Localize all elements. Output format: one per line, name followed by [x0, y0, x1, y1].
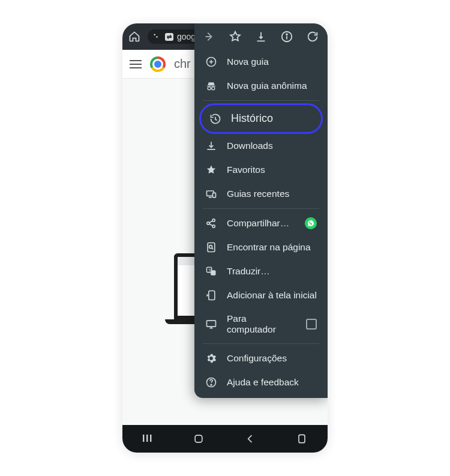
svg-point-12	[208, 87, 211, 90]
download-tray-icon	[205, 140, 217, 152]
help-icon	[205, 376, 217, 388]
svg-rect-16	[213, 193, 216, 197]
menu-item-label: Histórico	[231, 112, 273, 125]
history-icon	[209, 113, 221, 125]
share-icon	[205, 217, 217, 229]
menu-item-incognito[interactable]: Nova guia anônima	[194, 74, 328, 98]
menu-item-label: Guias recentes	[227, 188, 289, 199]
menu-item-label: Nova guia	[227, 56, 269, 67]
menu-item-label: Encontrar na página	[227, 242, 311, 253]
svg-rect-5	[299, 435, 305, 442]
translate-icon: 文	[205, 265, 217, 277]
svg-point-23	[209, 246, 212, 249]
translate-badge-icon: ⇄	[165, 33, 173, 41]
menu-item-bookmarks[interactable]: Favoritos	[194, 158, 328, 182]
menu-item-translate[interactable]: 文 Traduzir…	[194, 259, 328, 283]
menu-item-new-tab[interactable]: Nova guia	[194, 50, 328, 74]
menu-item-label: Favoritos	[227, 164, 265, 175]
home-icon[interactable]	[128, 31, 140, 43]
menu-divider	[203, 343, 319, 344]
find-in-page-icon	[205, 241, 217, 253]
svg-rect-29	[207, 321, 216, 327]
svg-line-24	[212, 248, 213, 249]
forward-icon[interactable]	[203, 30, 216, 43]
menu-item-label: Ajuda e feedback	[227, 377, 299, 388]
menu-action-row	[194, 23, 328, 50]
add-to-home-icon	[205, 289, 217, 301]
page-logo-text: chr	[174, 57, 191, 71]
menu-item-desktop[interactable]: Para computador	[194, 307, 328, 341]
menu-item-label: Adicionar à tela inicial	[227, 290, 317, 301]
menu-divider	[203, 208, 319, 209]
checkbox-icon[interactable]	[306, 319, 317, 330]
whatsapp-icon	[305, 217, 317, 229]
hamburger-icon[interactable]	[130, 60, 142, 68]
system-navbar: III	[122, 425, 328, 453]
gear-icon	[205, 352, 217, 364]
chrome-logo-icon	[150, 56, 166, 72]
svg-rect-28	[209, 291, 215, 300]
info-icon[interactable]	[280, 30, 293, 43]
menu-item-history[interactable]: Histórico	[199, 103, 323, 134]
tune-icon	[152, 32, 161, 41]
menu-item-label: Para computador	[227, 313, 296, 335]
menu-item-label: Traduzir…	[227, 266, 270, 277]
plus-circle-icon	[205, 56, 217, 68]
back-nav-icon[interactable]	[244, 433, 256, 445]
overflow-menu: Nova guia Nova guia anônima Histórico Do…	[194, 23, 328, 398]
menu-item-label: Compartilhar…	[227, 218, 289, 229]
star-icon[interactable]	[229, 30, 242, 43]
menu-item-label: Downloads	[227, 140, 273, 151]
svg-point-33	[211, 384, 212, 385]
svg-point-8	[286, 34, 287, 35]
svg-rect-22	[208, 243, 215, 252]
tabs-nav-icon[interactable]	[296, 433, 308, 445]
menu-item-add-home[interactable]: Adicionar à tela inicial	[194, 283, 328, 307]
home-nav-icon[interactable]	[193, 433, 205, 445]
menu-item-downloads[interactable]: Downloads	[194, 134, 328, 158]
star-filled-icon	[205, 164, 217, 176]
menu-item-share[interactable]: Compartilhar…	[194, 211, 328, 235]
menu-item-label: Configurações	[227, 353, 287, 364]
refresh-icon[interactable]	[306, 30, 319, 43]
svg-rect-4	[195, 435, 202, 442]
menu-item-help[interactable]: Ajuda e feedback	[194, 370, 328, 394]
download-icon[interactable]	[254, 30, 268, 43]
phone-frame: ⇄ google.c chr O Chr Fazer d Quero III	[122, 23, 328, 453]
menu-item-settings[interactable]: Configurações	[194, 346, 328, 370]
svg-line-20	[209, 221, 213, 223]
svg-point-13	[212, 87, 215, 90]
menu-item-find[interactable]: Encontrar na página	[194, 235, 328, 259]
recents-icon[interactable]: III	[142, 433, 153, 444]
menu-divider	[203, 100, 319, 101]
menu-item-label: Nova guia anônima	[227, 80, 307, 91]
incognito-icon	[205, 80, 217, 92]
svg-text:文: 文	[208, 268, 212, 272]
devices-icon	[205, 188, 217, 200]
menu-item-recent-tabs[interactable]: Guias recentes	[194, 182, 328, 206]
desktop-icon	[205, 318, 217, 330]
svg-point-1	[156, 36, 158, 38]
svg-line-21	[209, 224, 213, 226]
